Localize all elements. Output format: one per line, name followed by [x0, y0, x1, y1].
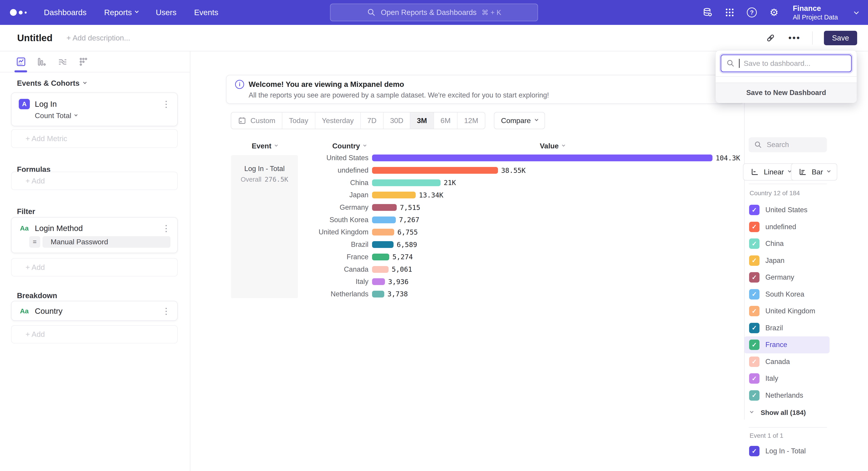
breakdown-property-name[interactable]: Country — [35, 306, 63, 316]
country-filter-item[interactable]: ✓ South Korea — [744, 286, 830, 303]
nav-item[interactable]: Events — [194, 8, 218, 17]
divider — [744, 83, 745, 420]
checkbox-checked[interactable]: ✓ — [749, 390, 760, 401]
save-button[interactable]: Save — [824, 31, 857, 45]
apps-grid-icon[interactable] — [724, 7, 735, 18]
data-management-icon[interactable] — [702, 7, 713, 18]
divider — [812, 31, 813, 45]
tab-insights[interactable] — [15, 56, 27, 68]
filter-value[interactable]: Manual Password — [42, 236, 170, 248]
bar[interactable] — [372, 241, 394, 248]
compare-button[interactable]: Compare — [494, 112, 545, 129]
events-cohorts-header[interactable]: Events & Cohorts — [17, 79, 86, 88]
bar-value-label: 7,267 — [399, 216, 419, 224]
segment-search[interactable]: Search — [749, 137, 827, 152]
bar[interactable] — [372, 204, 397, 211]
column-header-country[interactable]: Country — [332, 142, 366, 150]
tab-retention[interactable] — [78, 56, 89, 68]
aggregation-selector[interactable]: Count Total — [35, 112, 177, 120]
filter-card[interactable]: Aa Login Method ⋮ = Manual Password — [11, 217, 178, 253]
checkbox-checked[interactable]: ✓ — [749, 238, 760, 249]
range-button[interactable]: 3M — [410, 112, 433, 129]
range-button[interactable]: 6M — [434, 112, 457, 129]
add-description[interactable]: + Add description... — [66, 34, 130, 42]
mixpanel-logo-icon[interactable] — [10, 9, 27, 16]
chart-type-button[interactable]: Bar — [791, 163, 837, 180]
bar[interactable] — [372, 254, 389, 260]
checkbox-checked[interactable]: ✓ — [749, 289, 760, 299]
country-filter-item[interactable]: ✓ undefined — [744, 218, 830, 235]
range-button[interactable]: 7D — [360, 112, 383, 129]
copy-link-icon[interactable] — [764, 32, 777, 45]
help-icon[interactable]: ? — [746, 7, 757, 18]
check-icon: ✓ — [752, 206, 757, 214]
bar[interactable] — [372, 179, 440, 186]
kebab-menu-icon[interactable]: ⋮ — [162, 307, 170, 315]
show-all-toggle[interactable]: Show all (184) — [750, 409, 806, 416]
country-filter-item[interactable]: ✓ United States — [744, 202, 830, 218]
project-switcher[interactable]: Finance All Project Data — [793, 4, 838, 21]
add-metric-button[interactable]: + Add Metric — [11, 129, 178, 148]
checkbox-checked[interactable]: ✓ — [749, 205, 760, 215]
checkbox-checked[interactable]: ✓ — [749, 306, 760, 316]
more-options-icon[interactable]: ••• — [788, 32, 801, 45]
metric-card[interactable]: A Log In ⋮ Count Total — [11, 92, 178, 126]
filter-property-name[interactable]: Login Method — [35, 224, 83, 233]
tab-flows[interactable] — [57, 56, 68, 68]
range-button[interactable]: Yesterday — [315, 112, 360, 129]
checkbox-checked[interactable]: ✓ — [749, 373, 760, 384]
checkbox-checked[interactable]: ✓ — [749, 323, 760, 333]
bar[interactable] — [372, 291, 384, 297]
bar[interactable] — [372, 229, 394, 235]
add-formula-button[interactable]: + Add — [11, 172, 178, 190]
bar[interactable] — [372, 192, 416, 198]
add-breakdown-button[interactable]: + Add — [11, 325, 178, 344]
bar[interactable] — [372, 278, 385, 285]
country-filter-item[interactable]: ✓ Germany — [744, 269, 830, 286]
country-filter-item[interactable]: ✓ France — [744, 336, 830, 353]
filter-operator[interactable]: = — [29, 236, 40, 248]
kebab-menu-icon[interactable]: ⋮ — [162, 100, 170, 108]
nav-item[interactable]: Users — [156, 8, 176, 17]
tab-funnels[interactable] — [36, 56, 48, 68]
report-title[interactable]: Untitled — [17, 33, 53, 43]
breakdown-card[interactable]: Aa Country ⋮ — [11, 301, 178, 321]
country-filter-item[interactable]: ✓ United Kingdom — [744, 303, 830, 320]
nav-item[interactable]: Dashboards — [44, 8, 87, 17]
checkbox-checked[interactable]: ✓ — [749, 356, 760, 367]
global-search[interactable]: Open Reports & Dashboards ⌘ + K — [330, 4, 538, 21]
bar[interactable] — [372, 154, 712, 161]
range-button[interactable]: Custom — [231, 112, 282, 129]
country-filter-item[interactable]: ✓ Italy — [744, 370, 830, 387]
settings-gear-icon[interactable]: ⚙ — [768, 7, 780, 18]
chevron-down-icon[interactable] — [854, 9, 859, 14]
country-label: Brazil — [765, 324, 783, 332]
country-filter-item[interactable]: ✓ Brazil — [744, 320, 830, 336]
column-header-value[interactable]: Value — [540, 142, 565, 150]
save-dashboard-search-input[interactable]: Save to dashboard... — [721, 55, 852, 72]
checkbox-checked[interactable]: ✓ — [749, 222, 760, 232]
nav-item[interactable]: Reports — [104, 8, 138, 17]
country-filter-item[interactable]: ✓ Canada — [744, 353, 830, 370]
kebab-menu-icon[interactable]: ⋮ — [162, 224, 170, 233]
event-filter-item[interactable]: ✓ Log In - Total — [749, 446, 806, 456]
metric-event-name[interactable]: Log In — [35, 99, 57, 109]
checkbox-checked[interactable]: ✓ — [749, 256, 760, 266]
range-button[interactable]: 30D — [383, 112, 410, 129]
country-filter-item[interactable]: ✓ Japan — [744, 252, 830, 269]
country-label: Netherlands — [765, 391, 803, 400]
bar[interactable] — [372, 167, 498, 174]
bar[interactable] — [372, 266, 389, 273]
checkbox-checked[interactable]: ✓ — [749, 340, 760, 350]
range-button[interactable]: Today — [282, 112, 315, 129]
save-to-new-dashboard-button[interactable]: Save to New Dashboard — [716, 83, 857, 102]
checkbox-checked[interactable]: ✓ — [749, 272, 760, 283]
range-button[interactable]: 12M — [457, 112, 485, 129]
country-filter-item[interactable]: ✓ Netherlands — [744, 387, 830, 404]
bar[interactable] — [372, 216, 396, 223]
country-filter-item[interactable]: ✓ China — [744, 235, 830, 252]
checkbox-checked[interactable]: ✓ — [749, 446, 760, 456]
add-filter-button[interactable]: + Add — [11, 258, 178, 276]
line-type-button[interactable]: Linear — [743, 163, 798, 180]
column-header-event[interactable]: Event — [231, 142, 298, 150]
